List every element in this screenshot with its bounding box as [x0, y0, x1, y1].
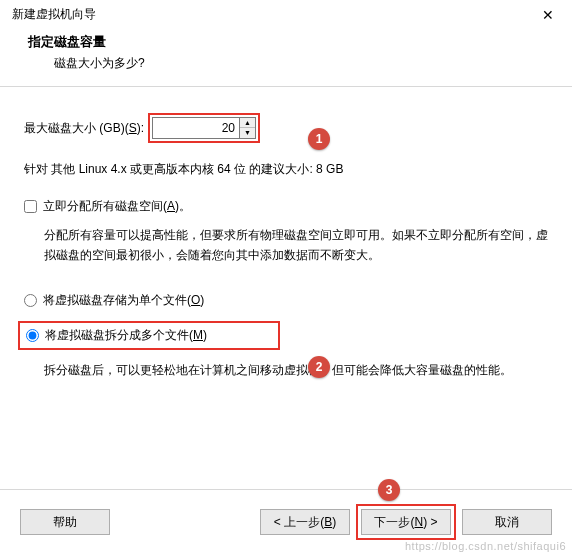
nav-button-group: < 上一步(B) 下一步(N) > 取消 — [260, 504, 552, 540]
disk-size-row: 最大磁盘大小 (GB)(S): ▲ ▼ — [24, 113, 548, 143]
store-single-label: 将虚拟磁盘存储为单个文件(O) — [43, 292, 204, 309]
cancel-button[interactable]: 取消 — [462, 509, 552, 535]
disk-size-label: 最大磁盘大小 (GB)(S): — [24, 120, 144, 137]
allocate-now-row[interactable]: 立即分配所有磁盘空间(A)。 — [24, 198, 548, 215]
next-button[interactable]: 下一步(N) > — [361, 509, 451, 535]
split-multiple-row[interactable]: 将虚拟磁盘拆分成多个文件(M) — [18, 321, 280, 350]
content-area: 最大磁盘大小 (GB)(S): ▲ ▼ 针对 其他 Linux 4.x 或更高版… — [0, 87, 572, 380]
titlebar: 新建虚拟机向导 ✕ — [0, 0, 572, 27]
allocate-now-checkbox[interactable] — [24, 200, 37, 213]
window-title: 新建虚拟机向导 — [12, 6, 96, 23]
page-subtitle: 磁盘大小为多少? — [28, 55, 544, 72]
split-multiple-radio[interactable] — [26, 329, 39, 342]
close-icon[interactable]: ✕ — [536, 7, 560, 23]
watermark: https://blog.csdn.net/shifaqui6 — [405, 540, 566, 552]
help-button[interactable]: 帮助 — [20, 509, 110, 535]
split-multiple-desc: 拆分磁盘后，可以更轻松地在计算机之间移动虚拟机，但可能会降低大容量磁盘的性能。 — [24, 360, 548, 380]
footer-buttons: 帮助 < 上一步(B) 下一步(N) > 取消 — [0, 489, 572, 540]
disk-size-input[interactable] — [152, 117, 240, 139]
split-multiple-label: 将虚拟磁盘拆分成多个文件(M) — [45, 327, 207, 344]
next-button-highlight: 下一步(N) > — [356, 504, 456, 540]
allocate-now-desc: 分配所有容量可以提高性能，但要求所有物理磁盘空间立即可用。如果不立即分配所有空间… — [24, 225, 548, 266]
allocate-now-label: 立即分配所有磁盘空间(A)。 — [43, 198, 191, 215]
spin-up-icon[interactable]: ▲ — [240, 118, 255, 128]
disk-size-highlight: ▲ ▼ — [148, 113, 260, 143]
page-title: 指定磁盘容量 — [28, 33, 544, 51]
recommended-size-hint: 针对 其他 Linux 4.x 或更高版本内核 64 位 的建议大小: 8 GB — [24, 161, 548, 178]
wizard-header: 指定磁盘容量 磁盘大小为多少? — [0, 27, 572, 87]
spinner-buttons: ▲ ▼ — [240, 117, 256, 139]
back-button[interactable]: < 上一步(B) — [260, 509, 350, 535]
callout-2: 2 — [308, 356, 330, 378]
callout-1: 1 — [308, 128, 330, 150]
callout-3: 3 — [378, 479, 400, 501]
store-single-file-row[interactable]: 将虚拟磁盘存储为单个文件(O) — [24, 290, 548, 311]
spin-down-icon[interactable]: ▼ — [240, 128, 255, 138]
wizard-window: 新建虚拟机向导 ✕ 指定磁盘容量 磁盘大小为多少? 最大磁盘大小 (GB)(S)… — [0, 0, 572, 554]
store-single-radio[interactable] — [24, 294, 37, 307]
